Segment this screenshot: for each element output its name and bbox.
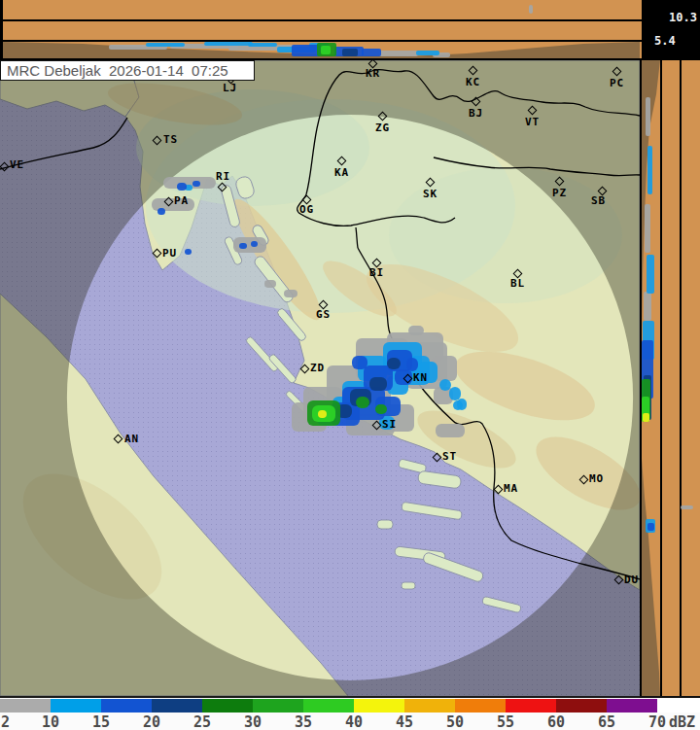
scale-segment-45 [404,699,455,713]
city-label-ZD: ZD [310,363,325,373]
city-label-SB: SB [591,195,606,206]
city-label-VE: VE [10,159,24,170]
scale-segment-20 [152,699,202,713]
radar-echo [264,280,276,288]
radar-echo [146,43,185,47]
scale-label-60: 60 [547,713,565,730]
scale-segment-60 [556,699,607,713]
city-label-SI: SI [382,419,397,430]
scale-segment-30 [253,699,303,713]
radar-display: { "header": { "title": "MRC Debeljak 202… [0,0,700,730]
city-label-KR: KR [366,68,380,79]
scale-label-45: 45 [396,713,413,730]
radar-echo [356,397,369,408]
city-label-ST: ST [442,451,457,462]
radar-echo [284,290,298,297]
city-label-LJ: LJ [223,83,237,93]
radar-echo [352,356,368,369]
radar-echo [646,97,650,136]
scale-label-15: 15 [92,713,110,730]
scale-label-30: 30 [244,713,262,730]
radar-echo [321,46,331,54]
echo-height-box: 10.3 5.4 [642,0,700,58]
radar-echo [645,204,650,253]
right-cross-section-panel [640,58,700,698]
radar-echo [648,146,652,194]
radar-echo [318,410,327,418]
radar-echo [342,49,358,56]
radar-echo [416,51,439,55]
reflectivity-scale-labels: dBZ 210152025303540455055606570 [0,713,700,730]
scale-segment-15 [101,699,152,713]
radar-echo [369,377,387,391]
city-label-BI: BI [369,267,384,278]
panel-edge [0,0,3,60]
scale-segment-2 [0,699,51,713]
radar-echo [408,326,424,335]
right-strip-2 [662,60,680,696]
echo-height-top-value: 10.3 [669,11,697,24]
map-geography [0,60,640,696]
city-label-SK: SK [423,189,438,199]
scale-label-20: 20 [143,713,160,730]
radar-echo [204,42,253,46]
scale-label-65: 65 [598,713,615,730]
scale-segment-50 [455,699,506,713]
scale-label-55: 55 [497,713,514,730]
city-label-MA: MA [504,483,518,494]
radar-echo [648,523,654,531]
city-label-RI: RI [216,171,230,182]
radar-echo [406,358,418,371]
city-label-AN: AN [124,434,139,444]
radar-echo [185,249,192,255]
radar-echo [529,5,533,14]
city-label-DU: DU [624,574,639,585]
city-label-TS: TS [163,134,178,145]
scale-segment-10 [51,699,101,713]
top-cross-section-panel [0,0,642,60]
right-strip-3 [682,60,700,696]
radar-echo [158,208,165,215]
echo-height-side-value: 5.4 [654,34,676,48]
radar-echo [239,243,247,249]
scale-label-25: 25 [193,713,211,730]
city-label-KC: KC [466,77,480,87]
scale-label-50: 50 [446,713,464,730]
city-label-OG: OG [299,204,314,215]
map: VETSLJKRZGKCPCBJVTKASKPZSBOGRIPAPUBIBLGS… [0,60,640,698]
radar-echo [362,49,381,56]
radar-echo [457,399,467,410]
city-label-MO: MO [589,473,604,484]
scale-segment-35 [303,699,354,713]
city-label-KN: KN [413,372,428,383]
radar-echo [248,43,277,47]
city-label-PC: PC [610,78,624,88]
scale-label-35: 35 [295,713,312,730]
radar-echo [177,183,187,191]
city-label-GS: GS [316,309,331,320]
radar-echo [375,404,387,414]
city-label-VT: VT [525,117,540,127]
scale-label-70: 70 [648,713,666,730]
city-label-BJ: BJ [469,108,483,119]
radar-echo [436,424,465,437]
radar-echo [644,292,651,321]
city-label-PU: PU [162,248,177,259]
city-label-PZ: PZ [552,188,567,198]
radar-echo [379,51,418,56]
radar-echo [251,241,258,247]
city-label-KA: KA [334,167,349,178]
scale-segment-40 [354,699,404,713]
scale-label-40: 40 [345,713,363,730]
radar-echo [647,255,654,294]
radar-echo [681,505,693,509]
radar-echo [387,358,401,369]
radar-echo [192,181,200,187]
scale-label-2: 2 [1,713,10,730]
city-label-ZG: ZG [375,122,390,133]
city-label-PA: PA [174,195,189,206]
scale-label-10: 10 [42,713,59,730]
scale-segment-25 [202,699,253,713]
scale-segment-55 [506,699,556,713]
title-bar: MRC Debeljak 2026-01-14 07:25 [0,60,255,81]
